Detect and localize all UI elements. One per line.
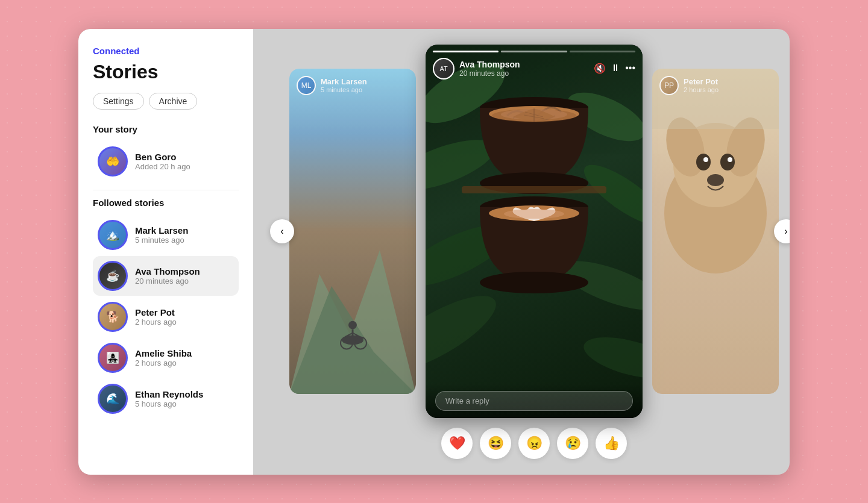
mark-story-info: Mark Larsen 5 minutes ago (135, 225, 188, 245)
svg-point-24 (492, 109, 576, 122)
reaction-sad[interactable]: 😢 (557, 428, 588, 459)
left-story-name: Mark Larsen (321, 77, 367, 86)
progress-seg-2 (501, 51, 567, 52)
main-story-timestamp: 20 minutes ago (459, 69, 520, 78)
avatar: 🌊 (98, 384, 128, 414)
amelie-story-name: Amelie Shiba (135, 348, 192, 358)
svg-point-29 (504, 209, 564, 219)
mark-avatar: 🏔️ (98, 220, 128, 250)
more-icon[interactable]: ••• (625, 63, 635, 74)
peter-story-time: 2 hours ago (135, 317, 177, 326)
main-container: Connected Stories Settings Archive Your … (78, 29, 790, 475)
your-story-time: Added 20 h ago (135, 162, 190, 171)
right-story-info: Peter Pot 2 hours ago (684, 77, 719, 93)
pause-icon[interactable]: ⏸ (611, 63, 620, 74)
svg-point-37 (728, 157, 732, 162)
left-story-time: 5 minutes ago (321, 86, 367, 93)
page-title: Stories (93, 61, 239, 83)
avatar: 🏔️ (98, 220, 128, 250)
amelie-story-info: Amelie Shiba 2 hours ago (135, 348, 192, 367)
divider (93, 190, 239, 190)
archive-button[interactable]: Archive (149, 93, 198, 110)
peter-story-info: Peter Pot 2 hours ago (135, 307, 177, 326)
main-story[interactable]: AT Ava Thompson 20 minutes ago 🔇 ⏸ ••• (426, 45, 643, 418)
right-story-avatar: PP (659, 76, 679, 95)
avatar: 🐕 (98, 302, 128, 332)
avatar: 👩‍👧‍👧 (98, 343, 128, 373)
amelie-story-time: 2 hours ago (135, 358, 192, 367)
left-side-story[interactable]: ML Mark Larsen 5 minutes ago (289, 69, 416, 394)
ben-avatar: 🤲 (98, 146, 128, 177)
svg-point-35 (720, 154, 735, 170)
peter-story-name: Peter Pot (135, 307, 177, 317)
reply-bar (426, 384, 643, 418)
your-story-item[interactable]: 🤲 Ben Goro Added 20 h ago (93, 142, 239, 181)
svg-point-38 (707, 174, 724, 186)
reaction-angry[interactable]: 😠 (518, 428, 550, 459)
progress-seg-3 (570, 51, 635, 52)
your-story-label: Your story (93, 124, 239, 134)
progress-seg-1 (433, 51, 498, 52)
svg-point-3 (348, 320, 357, 329)
avatar: ☕ (98, 261, 128, 291)
svg-point-27 (480, 272, 588, 293)
reaction-laugh[interactable]: 😆 (480, 428, 511, 459)
right-story-name: Peter Pot (684, 77, 719, 86)
mark-story-time: 5 minutes ago (135, 236, 188, 245)
story-item-amelie[interactable]: 👩‍👧‍👧 Amelie Shiba 2 hours ago (93, 338, 239, 378)
your-story-info: Ben Goro Added 20 h ago (135, 152, 190, 171)
story-item-ava[interactable]: ☕ Ava Thompson 20 minutes ago (93, 256, 239, 296)
your-story-name: Ben Goro (135, 152, 190, 162)
ethan-story-info: Ethan Reynolds 5 hours ago (135, 389, 203, 408)
ava-story-time: 20 minutes ago (135, 276, 200, 286)
main-story-username: Ava Thompson (459, 60, 520, 69)
settings-button[interactable]: Settings (93, 93, 144, 110)
left-story-header: ML Mark Larsen 5 minutes ago (297, 76, 367, 95)
story-item-peter[interactable]: 🐕 Peter Pot 2 hours ago (93, 297, 239, 337)
action-buttons: Settings Archive (93, 93, 239, 110)
main-story-user-info: Ava Thompson 20 minutes ago (459, 60, 520, 78)
ethan-avatar: 🌊 (98, 384, 128, 414)
avatar: 🤲 (98, 146, 128, 177)
story-item-ethan[interactable]: 🌊 Ethan Reynolds 5 hours ago (93, 379, 239, 419)
ava-avatar: ☕ (98, 261, 128, 291)
ava-story-name: Ava Thompson (135, 266, 200, 276)
reaction-heart[interactable]: ❤️ (441, 428, 473, 459)
left-story-avatar: ML (297, 76, 316, 95)
story-controls: 🔇 ⏸ ••• (594, 63, 635, 74)
ava-story-info: Ava Thompson 20 minutes ago (135, 266, 200, 286)
progress-bars (433, 51, 635, 52)
svg-point-34 (696, 154, 711, 170)
content-area: ‹ (253, 29, 790, 475)
main-story-header: AT Ava Thompson 20 minutes ago 🔇 ⏸ ••• (433, 58, 635, 80)
followed-stories-label: Followed stories (93, 198, 239, 208)
story-item-mark[interactable]: 🏔️ Mark Larsen 5 minutes ago (93, 215, 239, 255)
reaction-like[interactable]: 👍 (596, 428, 627, 459)
stories-viewer: ‹ (265, 45, 790, 418)
ethan-story-name: Ethan Reynolds (135, 389, 203, 399)
prev-arrow[interactable]: ‹ (270, 219, 294, 243)
svg-rect-25 (462, 186, 606, 193)
right-side-story[interactable]: PP Peter Pot 2 hours ago (652, 69, 779, 394)
peter-avatar: 🐕 (98, 302, 128, 332)
ethan-story-time: 5 hours ago (135, 399, 203, 408)
right-story-header: PP Peter Pot 2 hours ago (659, 76, 719, 95)
brand-label: Connected (93, 46, 239, 56)
mute-icon[interactable]: 🔇 (594, 63, 606, 74)
mark-story-name: Mark Larsen (135, 225, 188, 236)
sidebar: Connected Stories Settings Archive Your … (78, 29, 253, 475)
svg-point-36 (703, 157, 708, 162)
left-story-info: Mark Larsen 5 minutes ago (321, 77, 367, 93)
right-story-time: 2 hours ago (684, 86, 719, 93)
reply-input[interactable] (435, 391, 633, 411)
reactions-row: ❤️ 😆 😠 😢 👍 (441, 428, 627, 459)
main-story-avatar: AT (433, 58, 454, 80)
amelie-avatar: 👩‍👧‍👧 (98, 343, 128, 373)
